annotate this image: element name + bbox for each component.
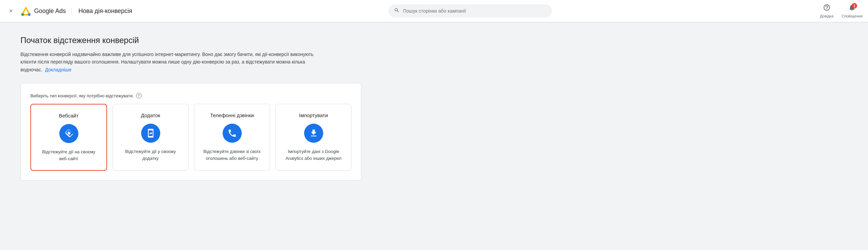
conversion-types: Вебсайт Відстежуйте дії на своєму веб-са… <box>30 104 351 171</box>
card-label: Виберіть тип конверсії, яку потрібно від… <box>30 93 351 98</box>
google-ads-logo: Google Ads <box>20 5 66 16</box>
svg-point-1 <box>21 13 24 16</box>
conversion-icon-app <box>141 124 160 143</box>
conversion-card-desc-phone: Відстежуйте дзвінки зі своїх оголошень а… <box>201 148 263 162</box>
conversion-card-title-phone: Телефонні дзвінки <box>210 112 254 118</box>
conversion-icon-website <box>59 124 78 143</box>
notifications-label: Сповіщення <box>842 14 863 18</box>
svg-point-2 <box>28 13 31 16</box>
conversion-card-title-app: Додаток <box>141 112 160 118</box>
conversion-card-import[interactable]: Імпортувати Імпортуйте дані з Google Ana… <box>275 104 351 171</box>
help-label: Довідка <box>820 14 834 18</box>
conversion-card-title-website: Вебсайт <box>59 113 79 119</box>
main-content: Початок відстеження конверсій Відстеженн… <box>0 22 409 194</box>
conversion-card-desc-import: Імпортуйте дані з Google Analytics або і… <box>283 148 344 162</box>
help-button[interactable]: Довідка <box>820 4 834 18</box>
conversion-card-app[interactable]: Додаток Відстежуйте дії у своєму додатку <box>113 104 189 171</box>
header-right: Довідка 1 Сповіщення <box>808 4 863 18</box>
conversion-card-desc-app: Відстежуйте дії у своєму додатку <box>120 148 181 162</box>
conversion-card-website[interactable]: Вебсайт Відстежуйте дії на своєму веб-са… <box>30 104 107 171</box>
header-search <box>132 4 808 17</box>
page-title-header: Нова дія-конверсія <box>71 8 132 15</box>
google-ads-logo-icon <box>20 5 31 16</box>
search-icon <box>394 8 400 14</box>
conversion-card-phone[interactable]: Телефонні дзвінки Відстежуйте дзвінки зі… <box>194 104 270 171</box>
help-icon <box>823 4 830 13</box>
search-input[interactable] <box>403 8 546 14</box>
logo-text: Google Ads <box>34 8 66 15</box>
header-left: × Google Ads Нова дія-конверсія <box>5 5 132 16</box>
card-help-icon[interactable]: ? <box>136 93 141 98</box>
search-box <box>388 4 552 17</box>
conversion-card-title-import: Імпортувати <box>299 112 328 118</box>
notifications-button[interactable]: 1 Сповіщення <box>842 4 863 18</box>
card-container: Виберіть тип конверсії, яку потрібно від… <box>20 83 361 181</box>
conversion-card-desc-website: Відстежуйте дії на своєму веб-сайті <box>38 149 100 162</box>
notification-badge: 1 <box>852 3 857 9</box>
page-title: Початок відстеження конверсій <box>20 36 389 45</box>
conversion-icon-import <box>304 124 323 143</box>
learn-more-link[interactable]: Докладніше <box>45 67 72 72</box>
conversion-icon-phone <box>223 124 242 143</box>
header: × Google Ads Нова дія-конверсія <box>0 0 868 22</box>
close-button[interactable]: × <box>5 5 16 16</box>
page-description: Відстеження конверсій надзвичайно важлив… <box>20 51 327 73</box>
